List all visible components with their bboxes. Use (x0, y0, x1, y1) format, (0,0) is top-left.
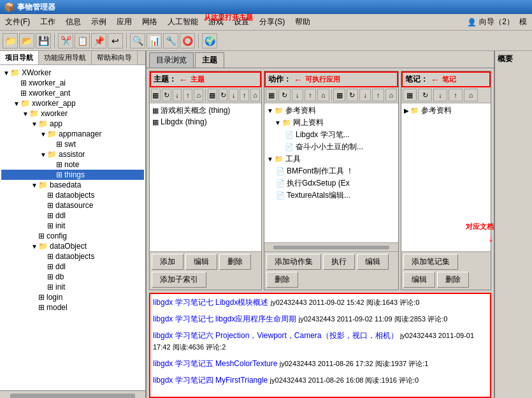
col-action-btn1[interactable]: ▦ (266, 89, 277, 101)
tree-node-dataobjects2[interactable]: ⊞ dataobjects (1, 251, 144, 262)
menu-item-ai[interactable]: 人工智能 (162, 15, 203, 29)
btn-delete-note[interactable]: 删除 (437, 272, 469, 288)
col-theme-btn8[interactable]: ↓ (229, 89, 238, 101)
btn-delete-action[interactable]: 删除 (266, 272, 298, 288)
col-action-btn2[interactable]: ↻ (278, 89, 290, 101)
left-hscroll[interactable] (0, 390, 145, 398)
menu-item-settings[interactable]: 设置 (229, 15, 254, 29)
btn-add-action-set[interactable]: 添加动作集 (266, 254, 321, 270)
tree-node-basedata[interactable]: ▼ 📁 basedata (1, 180, 144, 190)
action-folder-2[interactable]: ▼ 📁 网上资料 (266, 117, 397, 129)
tree-node-appmanager[interactable]: ▼ 📁 appmanager (1, 129, 144, 139)
col-action-btn3[interactable]: ↓ (292, 89, 303, 101)
theme-item-1[interactable]: ▦ 游戏相关概念 (thing) (151, 105, 260, 117)
col-theme-btn2[interactable]: ↻ (162, 89, 171, 101)
col-theme-btn6[interactable]: ▦ (208, 89, 217, 101)
tree-node-db[interactable]: ⊞ db (1, 272, 144, 282)
tab-project-nav[interactable]: 项目导航 (0, 51, 39, 64)
doc-link-1[interactable]: libgdx 学习笔记七 Libgdx模块概述 (153, 298, 268, 307)
tree-node-ddl[interactable]: ⊞ ddl (1, 210, 144, 221)
toolbar-btn-pin[interactable]: 📌 (91, 33, 106, 48)
action-item-4[interactable]: 📄 执行GdxSetup (Ex (266, 177, 397, 189)
tree-node-model[interactable]: ⊞ model (1, 302, 144, 313)
action-item-1[interactable]: 📄 Libgdx 学习笔... (266, 129, 397, 141)
tree-node-login[interactable]: ⊞ login (1, 292, 144, 302)
menu-item-example[interactable]: 示例 (86, 15, 111, 29)
btn-add-sub-index[interactable]: 添加子索引 (152, 272, 206, 288)
col-action-btn4[interactable]: ↑ (305, 89, 316, 101)
col-action-btn9[interactable]: ↑ (372, 89, 384, 101)
tree-node-xworker2[interactable]: ▼ 📁 xworker (1, 108, 144, 119)
tab-app-nav[interactable]: 功能应用导航 (39, 51, 92, 64)
action-item-5[interactable]: 📄 TextureAtals编辑... (266, 189, 397, 202)
btn-edit-action[interactable]: 编辑 (357, 254, 389, 270)
toolbar-btn-save[interactable]: 💾 (36, 33, 51, 48)
toolbar-btn-globe[interactable]: 🌍 (202, 33, 217, 48)
toolbar-btn-circle[interactable]: ⭕ (180, 33, 195, 48)
col-theme-btn4[interactable]: ↑ (183, 89, 192, 101)
col-notes-btn4[interactable]: ↑ (449, 89, 463, 101)
toolbar-btn-chart[interactable]: 📊 (147, 33, 162, 48)
toolbar-btn-cut[interactable]: ✂️ (58, 33, 73, 48)
col-action-hscroll[interactable] (264, 242, 398, 251)
tree-node-note[interactable]: ⊞ note (1, 159, 144, 170)
action-item-3[interactable]: 📄 BMFont制作工具 ！ (266, 165, 397, 177)
doc-link-4[interactable]: libgdx 学习笔记五 MeshColorTexture (153, 359, 277, 368)
menu-item-app[interactable]: 应用 (111, 15, 137, 29)
btn-edit-note[interactable]: 编辑 (403, 272, 435, 288)
col-theme-btn7[interactable]: ↻ (219, 89, 228, 101)
menu-item-games[interactable]: 游戏 (203, 15, 229, 29)
tree-node-things[interactable]: ⊞ things (1, 170, 144, 180)
action-folder-1[interactable]: ▼ 📁 参考资料 (266, 105, 397, 117)
notes-folder-1[interactable]: ▶ 📁 参考资料 (403, 105, 489, 117)
doc-link-2[interactable]: libgdx 学习笔记七 libgdx应用程序生命周期 (153, 314, 296, 323)
menu-item-help[interactable]: 帮助 (290, 15, 315, 29)
btn-edit-theme[interactable]: 编辑 (185, 254, 217, 270)
toolbar-btn-open[interactable]: 📂 (19, 33, 34, 48)
tab-help-nav[interactable]: 帮助和向导 (92, 51, 138, 64)
col-action-btn10[interactable]: ⌂ (385, 89, 397, 101)
tree-node-xworker-ai[interactable]: ⊞ xworker_ai (1, 78, 144, 88)
col-theme-btn5[interactable]: ⌂ (194, 89, 203, 101)
col-notes-btn1[interactable]: ▦ (403, 89, 417, 101)
tree-node-init2[interactable]: ⊞ init (1, 282, 144, 292)
toolbar-btn-wrench[interactable]: 🔧 (163, 33, 178, 48)
tree-node-xworker-ant[interactable]: ⊞ xworker_ant (1, 88, 144, 98)
toolbar-btn-open-folder[interactable]: 📁 (3, 33, 18, 48)
col-action-btn5[interactable]: ⌂ (317, 89, 329, 101)
tree-node-ddl2[interactable]: ⊞ ddl (1, 262, 144, 272)
btn-execute[interactable]: 执行 (323, 254, 355, 270)
doc-link-3[interactable]: libgdx 学习笔记六 Projection，Viewport，Camera（… (153, 331, 398, 340)
tree-node-xworker-app[interactable]: ▼ 📁 xworker_app (1, 98, 144, 108)
col-theme-btn9[interactable]: ↑ (240, 89, 249, 101)
menu-item-file[interactable]: 文件(F) (0, 15, 35, 29)
tree-node-xworker[interactable]: ▼ 📁 XWorker (1, 68, 144, 78)
col-theme-btn10[interactable]: ⌂ (250, 89, 260, 101)
menu-item-share[interactable]: 分享(S) (254, 15, 290, 29)
tree-node-config[interactable]: ⊞ config (1, 231, 144, 241)
toolbar-btn-copy[interactable]: 📋 (75, 33, 90, 48)
toolbar-btn-undo[interactable]: ↩ (108, 33, 123, 48)
col-action-btn8[interactable]: ↓ (359, 89, 371, 101)
col-notes-btn2[interactable]: ↻ (418, 89, 432, 101)
col-action-btn6[interactable]: ▦ (333, 89, 345, 101)
col-notes-btn3[interactable]: ↓ (433, 89, 447, 101)
btn-add-note[interactable]: 添加笔记集 (403, 254, 458, 270)
theme-item-2[interactable]: ▦ Libgdx (thing) (151, 117, 260, 127)
col-theme-btn1[interactable]: ▦ (151, 89, 161, 101)
menu-item-info[interactable]: 信息 (61, 15, 86, 29)
btn-delete-theme[interactable]: 删除 (219, 254, 251, 270)
toolbar-btn-search[interactable]: 🔍 (130, 33, 145, 48)
action-item-2[interactable]: 📄 奋斗小小土豆的制... (266, 141, 397, 153)
tree-node-dataobject[interactable]: ▼ 📁 dataObject (1, 241, 144, 251)
col-theme-btn3[interactable]: ↓ (173, 89, 182, 101)
col-notes-btn5[interactable]: ⌂ (464, 89, 478, 101)
col-action-btn7[interactable]: ↻ (347, 89, 358, 101)
action-folder-3[interactable]: ▼ 📁 工具 (266, 153, 397, 165)
tree-node-swt[interactable]: ⊞ swt (1, 139, 144, 149)
tree-node-init[interactable]: ⊞ init (1, 221, 144, 231)
tab-theme[interactable]: 主题 (195, 52, 224, 68)
tree-node-dataobjects[interactable]: ⊞ dataobjects (1, 190, 144, 200)
tree-node-assistor[interactable]: ▼ 📁 assistor (1, 149, 144, 159)
tab-directory[interactable]: 目录浏览 (149, 52, 194, 68)
